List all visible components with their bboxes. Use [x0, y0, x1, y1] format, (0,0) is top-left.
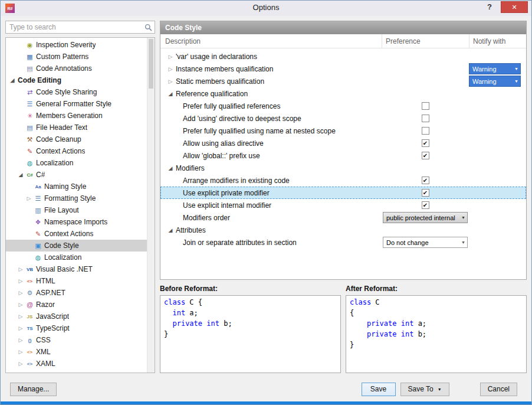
option-row-modifiers-order[interactable]: Modifiers orderpublic protected internal… — [160, 211, 526, 224]
tree-item-code-style[interactable]: ▣Code Style — [6, 240, 147, 252]
tree-item-label: Localization — [35, 159, 73, 167]
expand-icon[interactable]: ▷ — [17, 266, 25, 272]
tree-item-context-actions[interactable]: ✎Context Actions — [6, 145, 147, 157]
expand-icon[interactable]: ▷ — [17, 302, 25, 308]
checkbox[interactable] — [422, 115, 429, 122]
tree-item-file-layout[interactable]: ▥File Layout — [6, 204, 147, 216]
tree-item-xaml[interactable]: ▷<>XAML — [6, 358, 147, 370]
option-row-use-explicit-internal-modifier[interactable]: Use explicit internal modifier✔ — [160, 199, 526, 211]
option-row-modifiers[interactable]: ◢Modifiers — [160, 162, 526, 174]
notify-combobox[interactable]: Warning▼ — [469, 63, 521, 74]
tree-scrollbar[interactable] — [147, 38, 155, 373]
collapse-icon[interactable]: ◢ — [17, 172, 25, 178]
tree-item-code-editing[interactable]: ◢Code Editing — [6, 74, 147, 86]
css-icon: {} — [25, 335, 35, 345]
checkbox[interactable]: ✔ — [422, 201, 429, 209]
chevron-down-icon: ▼ — [514, 67, 518, 71]
option-row-arrange-modifiers-in-existing-code[interactable]: Arrange modifiers in existing code✔ — [160, 174, 526, 187]
close-button[interactable]: ✕ — [501, 1, 528, 13]
option-row-use-explicit-private-modifier[interactable]: Use explicit private modifier✔ — [160, 187, 526, 199]
tree-item-members-generation[interactable]: ✳Members Generation — [6, 110, 147, 122]
tree-item-general-formatter-style[interactable]: ☰General Formatter Style — [6, 98, 147, 110]
manage-button[interactable]: Manage... — [10, 383, 57, 396]
help-button[interactable]: ? — [482, 1, 497, 13]
expand-icon[interactable]: ▷ — [17, 361, 25, 367]
tree-item-label: Context Actions — [43, 230, 93, 238]
option-row-prefer-fully-qualified-references[interactable]: Prefer fully qualified references — [160, 100, 526, 112]
tree-item-razor[interactable]: ▷@Razor — [6, 299, 147, 311]
cancel-button[interactable]: Cancel — [480, 383, 517, 396]
tree-item-context-actions[interactable]: ✎Context Actions — [6, 228, 147, 240]
expand-icon[interactable]: ▷ — [165, 79, 176, 84]
save-button[interactable]: Save — [362, 383, 396, 396]
tree-item-csharp[interactable]: ◢C#C# — [6, 169, 147, 181]
checkbox[interactable]: ✔ — [422, 139, 429, 147]
chevron-down-icon: ▼ — [438, 387, 442, 391]
tree-item-asp-net[interactable]: ▷⚙ASP.NET — [6, 287, 147, 299]
expand-icon[interactable]: ▷ — [17, 349, 25, 355]
option-row-var-usage-in-declarations[interactable]: ▷'var' usage in declarations — [160, 50, 526, 63]
expand-icon[interactable]: ▷ — [17, 313, 25, 319]
tree-item-visual-basic-net[interactable]: ▷VBVisual Basic .NET — [6, 263, 147, 275]
option-row-allow-global-prefix-use[interactable]: Allow 'global::' prefix use✔ — [160, 149, 526, 162]
option-row-join-or-separate-attributes-in-section[interactable]: Join or separate attributes in sectionDo… — [160, 236, 526, 249]
window-title: Options — [1, 3, 531, 12]
notify-combobox[interactable]: Warning▼ — [469, 76, 521, 87]
checkbox[interactable]: ✔ — [422, 189, 429, 197]
expand-icon[interactable]: ▷ — [165, 54, 176, 60]
expand-icon[interactable]: ▷ — [165, 66, 176, 72]
collapse-icon[interactable]: ◢ — [165, 165, 176, 171]
expand-icon[interactable]: ▷ — [17, 278, 25, 284]
collapse-icon[interactable]: ◢ — [165, 91, 176, 97]
tree-item-css[interactable]: ▷{}CSS — [6, 334, 147, 346]
code-style-icon: ▣ — [33, 241, 43, 251]
collapse-icon[interactable]: ◢ — [8, 77, 17, 83]
context-actions-icon: ✎ — [25, 146, 35, 156]
tree-item-code-style-sharing[interactable]: ⇄Code Style Sharing — [6, 86, 147, 98]
tree-item-label: Namespace Imports — [43, 218, 107, 226]
option-row-reference-qualification[interactable]: ◢Reference qualification — [160, 87, 526, 100]
option-row-add-using-directive-to-deepest-scope[interactable]: Add 'using' directive to deepest scope — [160, 112, 526, 125]
tree-item-formatting-style[interactable]: ▷☰Formatting Style — [6, 192, 147, 204]
checkbox[interactable] — [422, 102, 429, 110]
tree-item-javascript[interactable]: ▷JSJavaScript — [6, 311, 147, 322]
checkbox[interactable]: ✔ — [422, 152, 429, 159]
expand-icon[interactable]: ▷ — [17, 325, 25, 331]
tree-item-code-cleanup[interactable]: ⚒Code Cleanup — [6, 133, 147, 145]
column-header-description: Description — [160, 37, 382, 45]
expand-icon[interactable]: ▷ — [17, 337, 25, 343]
expand-icon[interactable]: ▷ — [17, 290, 25, 296]
expand-icon[interactable]: ▷ — [25, 195, 33, 201]
localization-icon: ◍ — [33, 253, 43, 263]
option-row-prefer-fully-qualified-using-name-at-nested-scope[interactable]: Prefer fully qualified using name at nes… — [160, 125, 526, 137]
option-row-attributes[interactable]: ◢Attributes — [160, 224, 526, 236]
option-row-allow-using-alias-directive[interactable]: Allow using alias directive✔ — [160, 137, 526, 149]
tree-item-naming-style[interactable]: AaNaming Style — [6, 181, 147, 192]
tree-item-localization[interactable]: ◍Localization — [6, 157, 147, 169]
save-to-button[interactable]: Save To ▼ — [400, 383, 449, 396]
tree-item-xml[interactable]: ▷<>XML — [6, 346, 147, 358]
file-header-text-icon: ▤ — [25, 123, 35, 133]
inspection-severity-icon: ◉ — [25, 40, 35, 50]
tree-item-typescript[interactable]: ▷TSTypeScript — [6, 322, 147, 334]
preference-combobox[interactable]: Do not change▼ — [383, 237, 468, 248]
checkbox[interactable] — [422, 127, 429, 135]
tree-item-custom-patterns[interactable]: ▦Custom Patterns — [6, 51, 147, 63]
preference-combobox[interactable]: public protected internal▼ — [383, 212, 468, 223]
option-description: Join or separate attributes in section — [160, 239, 382, 247]
tree-item-namespace-imports[interactable]: ❖Namespace Imports — [6, 216, 147, 228]
tree-item-code-annotations[interactable]: ▤Code Annotations — [6, 63, 147, 74]
option-row-instance-members-qualification[interactable]: ▷Instance members qualificationWarning▼ — [160, 63, 526, 75]
tree-item-inspection-severity[interactable]: ◉Inspection Severity — [6, 39, 147, 51]
namespace-imports-icon: ❖ — [33, 217, 43, 227]
tree-item-html[interactable]: ▷<>HTML — [6, 275, 147, 287]
tree-item-file-header-text[interactable]: ▤File Header Text — [6, 122, 147, 133]
tree-scrollbar-thumb[interactable] — [149, 39, 153, 89]
tree-item-label: TypeScript — [35, 324, 70, 332]
search-input[interactable] — [6, 23, 145, 31]
checkbox[interactable]: ✔ — [422, 177, 429, 184]
tree-item-localization[interactable]: ◍Localization — [6, 252, 147, 263]
collapse-icon[interactable]: ◢ — [165, 227, 176, 233]
option-description: ◢Reference qualification — [160, 90, 382, 98]
option-row-static-members-qualification[interactable]: ▷Static members qualificationWarning▼ — [160, 75, 526, 87]
